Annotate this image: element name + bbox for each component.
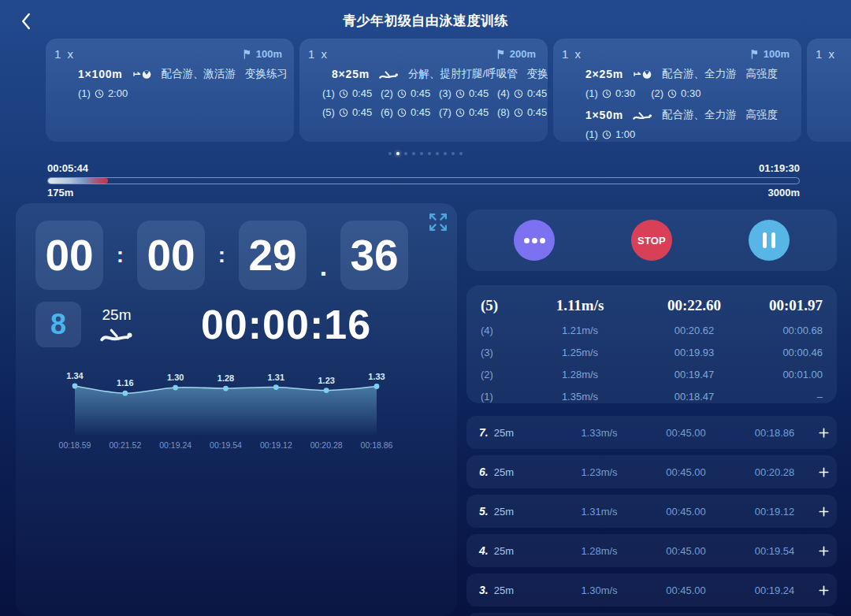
point-value-label: 1.16 [117, 378, 133, 388]
carousel-dots [0, 152, 851, 155]
flag-icon [496, 49, 506, 59]
point-value-label: 1.28 [217, 373, 234, 383]
timer-separator: . [307, 251, 340, 290]
lap-row[interactable]: 6.25m1.23m/s00:45.0000:20.28 [466, 455, 837, 488]
flag-icon [242, 49, 252, 59]
training-card[interactable]: 1 x100m2×25m配合游、全力游高强度(1)0:30(2)0:301×50… [553, 39, 801, 142]
card-header: 1 x100m [54, 47, 282, 61]
exercise-group: 8×25m分解、提肘打腿/呼吸管变换练习(1)0:45(2)0:45(3)0:4… [332, 67, 536, 118]
lap-interval: 00:45.00 [641, 584, 731, 596]
interval-chip: (2)0:30 [651, 87, 700, 99]
clock-icon [455, 89, 465, 98]
add-icon [818, 466, 830, 478]
split-diff: – [753, 391, 823, 403]
training-card[interactable]: 1 x [807, 39, 851, 142]
sets-label: 1×100m [78, 68, 123, 80]
exercise-desc: 配合游、激活游 [162, 67, 236, 81]
point-time-label: 00:20.28 [310, 440, 343, 450]
interval-chip: (5)0:45 [322, 106, 377, 118]
total-time: 01:19:30 [759, 162, 800, 174]
carousel-dot[interactable] [396, 152, 399, 155]
lap-speed: 1.28m/s [558, 545, 641, 557]
point-value-label: 1.34 [66, 371, 84, 380]
add-button[interactable] [818, 466, 830, 478]
add-button[interactable] [818, 545, 830, 557]
carousel-dot[interactable] [452, 152, 455, 155]
training-card[interactable]: 1 x200m8×25m分解、提肘打腿/呼吸管变换练习(1)0:45(2)0:4… [299, 39, 548, 142]
interval-chip: (8)0:45 [497, 106, 548, 118]
total-timer: 00 : 00 : 29 . 36 [35, 221, 408, 290]
carousel-dot[interactable] [412, 152, 415, 155]
interval-chip: (4)0:45 [497, 87, 548, 99]
lap-number: 7. [479, 426, 489, 439]
timer-centiseconds: 36 [340, 221, 408, 290]
carousel-dot[interactable] [436, 152, 439, 155]
clock-icon [602, 89, 611, 98]
split-time: 00:18.47 [635, 391, 753, 403]
elapsed-time: 00:05:44 [47, 162, 88, 174]
training-card-carousel[interactable]: 1 x100m1×100m配合游、激活游变换练习(1)2:001 x200m8×… [46, 39, 851, 142]
pause-button[interactable] [749, 220, 790, 261]
lap-row[interactable]: 3.25m1.30m/s00:45.0000:19.24 [466, 573, 837, 607]
data-point [122, 391, 128, 396]
add-icon [818, 506, 830, 518]
split-speed: 1.28m/s [525, 369, 635, 380]
carousel-dot[interactable] [459, 152, 463, 155]
lap-time: 00:19.12 [731, 506, 818, 518]
add-button[interactable] [818, 506, 830, 518]
sets-label: 8×25m [332, 68, 370, 80]
more-button[interactable] [514, 220, 555, 261]
expand-arrows-icon [426, 210, 450, 234]
split-history-row: (4)1.21m/s00:20.6200:00.68 [481, 319, 823, 341]
card-header: 1 x [816, 47, 851, 61]
carousel-dot[interactable] [404, 152, 407, 155]
carousel-dot[interactable] [388, 152, 392, 155]
session-progress: 00:05:44 01:19:30 175m 3000m [47, 162, 800, 199]
lap-distance: 25m [494, 506, 514, 518]
lap-speed-chart: 1.3400:18.591.1600:21.521.3000:19.241.28… [16, 361, 457, 459]
interval-chip: (6)0:45 [381, 106, 436, 118]
clock-icon [339, 89, 348, 98]
carousel-dot[interactable] [420, 152, 423, 155]
split-history-row: (3)1.25m/s00:19.9300:00.46 [481, 341, 823, 363]
interval-chip: (1)0:45 [322, 87, 377, 99]
timer-hours: 00 [35, 221, 103, 290]
progress-fill [48, 178, 108, 184]
split-speed: 1.25m/s [525, 347, 635, 358]
lap-distance: 25m [494, 545, 514, 557]
split-index: (5) [481, 297, 525, 314]
card-header: 1 x200m [308, 47, 536, 61]
exercise-group: 1×100m配合游、激活游变换练习(1)2:00 [78, 67, 282, 99]
point-time-label: 00:18.86 [361, 440, 393, 450]
exercise-intensity: 高强度 [745, 108, 778, 122]
point-time-label: 00:19.54 [210, 440, 242, 450]
point-time-label: 00:19.12 [260, 440, 292, 450]
flag-icon [749, 49, 760, 59]
swimmer-icon [379, 69, 399, 80]
split-history-list: (4)1.21m/s00:20.6200:00.68(3)1.25m/s00:1… [481, 319, 823, 407]
carousel-dot[interactable] [428, 152, 431, 155]
lap-row[interactable]: 5.25m1.31m/s00:45.0000:19.12 [466, 495, 837, 528]
timer-minutes: 00 [137, 221, 205, 290]
lap-number: 5. [479, 505, 489, 518]
add-button[interactable] [818, 584, 830, 596]
fullscreen-button[interactable] [426, 210, 451, 235]
carousel-dot[interactable] [444, 152, 447, 155]
lap-interval: 00:45.00 [641, 466, 731, 478]
lap-distance-label: 25m [102, 306, 132, 324]
lap-row[interactable]: 4.25m1.28m/s00:45.0000:19.54 [466, 534, 837, 567]
add-button[interactable] [818, 427, 830, 439]
card-total-distance: 100m [749, 48, 790, 60]
lap-row[interactable]: 7.25m1.33m/s00:45.0000:18.86 [466, 416, 837, 449]
card-reps: 1 x [308, 47, 329, 61]
split-current-row: (5) 1.11m/s 00:22.60 00:01.97 [481, 292, 823, 319]
exercise-desc: 分解、提肘打腿/呼吸管 [408, 67, 518, 81]
training-card[interactable]: 1 x100m1×100m配合游、激活游变换练习(1)2:00 [46, 39, 294, 142]
stop-button[interactable]: STOP [631, 220, 672, 261]
interval-chip: (1)1:00 [585, 128, 635, 140]
timer-seconds: 29 [239, 221, 307, 290]
point-time-label: 00:21.52 [109, 440, 141, 450]
card-total-distance: 200m [496, 48, 536, 60]
clock-icon [397, 108, 407, 117]
lap-row-partial[interactable] [466, 613, 837, 616]
